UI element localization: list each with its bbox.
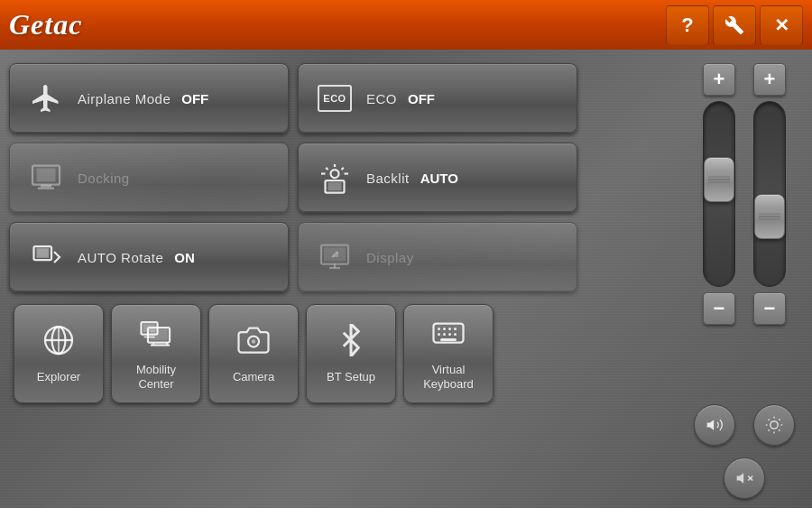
svg-point-44	[770, 421, 778, 429]
airplane-mode-button[interactable]: Airplane Mode OFF	[9, 63, 289, 134]
brightness-down-button[interactable]: −	[753, 292, 786, 325]
shortcut-row: Explorer	[9, 300, 677, 408]
backlit-button[interactable]: Backlit AUTO	[298, 143, 577, 213]
left-column: Airplane Mode OFF	[9, 63, 289, 292]
airplane-mode-label: Airplane Mode	[78, 91, 171, 106]
virtual-keyboard-button[interactable]: Virtual Keyboard	[403, 304, 494, 403]
logo: Getac	[9, 8, 82, 42]
controls-section: Airplane Mode OFF	[9, 63, 677, 499]
svg-rect-3	[38, 188, 54, 189]
app-window: Getac ? ✕	[0, 0, 812, 508]
slider-icons-row	[694, 400, 795, 446]
volume-slider-thumb[interactable]	[704, 157, 734, 202]
display-icon	[317, 239, 353, 275]
svg-line-9	[342, 168, 344, 170]
docking-label: Docking	[78, 171, 130, 186]
svg-line-48	[779, 429, 780, 430]
svg-line-47	[769, 420, 770, 420]
svg-rect-27	[150, 329, 168, 340]
close-button[interactable]: ✕	[760, 5, 803, 45]
volume-down-button[interactable]: −	[703, 292, 735, 325]
svg-rect-14	[328, 182, 342, 190]
mute-button[interactable]	[724, 457, 765, 499]
eco-label: ECO	[366, 91, 397, 106]
brightness-slider-track[interactable]	[753, 101, 786, 287]
settings-button[interactable]	[713, 5, 756, 45]
volume-up-button[interactable]: +	[703, 63, 735, 96]
explorer-label: Explorer	[37, 370, 80, 384]
mobility-center-label: Mobility Center	[136, 363, 176, 391]
backlit-status: AUTO	[420, 171, 458, 186]
eco-box: ECO	[318, 85, 352, 112]
virtual-keyboard-label: Virtual Keyboard	[423, 363, 474, 391]
svg-line-51	[769, 429, 770, 430]
svg-rect-2	[41, 185, 51, 188]
eco-icon: ECO	[317, 80, 353, 116]
svg-marker-43	[707, 420, 715, 430]
right-column: ECO ECO OFF	[298, 63, 577, 292]
rotate-icon	[28, 239, 64, 275]
auto-rotate-button[interactable]: AUTO Rotate ON	[9, 222, 289, 292]
svg-point-32	[252, 339, 256, 344]
camera-button[interactable]: Camera	[208, 304, 299, 403]
svg-line-11	[326, 168, 328, 170]
brightness-icon-button[interactable]	[753, 404, 795, 446]
docking-button[interactable]: Docking	[9, 143, 289, 213]
explorer-icon	[42, 324, 75, 363]
wrench-icon	[724, 15, 744, 35]
eco-button[interactable]: ECO ECO OFF	[298, 63, 577, 134]
svg-marker-53	[737, 473, 744, 484]
display-label-group: Display	[366, 250, 414, 265]
sliders-row: + − + −	[703, 63, 786, 395]
auto-rotate-label-group: AUTO Rotate ON	[78, 250, 195, 265]
mobility-center-button[interactable]: Mobility Center	[111, 304, 201, 403]
eco-label-group: ECO OFF	[366, 91, 435, 106]
svg-line-52	[779, 420, 780, 420]
header-buttons: ? ✕	[666, 5, 803, 45]
header: Getac ? ✕	[0, 0, 812, 50]
camera-label: Camera	[233, 370, 274, 384]
display-label: Display	[366, 250, 414, 265]
bt-setup-label: BT Setup	[327, 370, 375, 384]
bt-setup-button[interactable]: BT Setup	[306, 304, 396, 403]
auto-rotate-label: AUTO Rotate	[78, 250, 163, 265]
docking-icon	[28, 160, 64, 196]
backlit-icon	[317, 160, 353, 196]
airplane-mode-status: OFF	[181, 91, 208, 106]
sliders-section: + − + −	[686, 63, 803, 499]
camera-icon	[237, 324, 270, 363]
bluetooth-icon	[335, 324, 367, 363]
svg-point-7	[331, 170, 339, 178]
content: Airplane Mode OFF	[0, 50, 812, 508]
help-button[interactable]: ?	[666, 5, 709, 45]
mobility-center-icon	[140, 317, 172, 356]
brightness-slider-container: + −	[753, 63, 786, 325]
backlit-label-group: Backlit AUTO	[366, 171, 458, 186]
brightness-icon	[765, 416, 783, 434]
volume-slider-container: + −	[703, 63, 735, 325]
auto-rotate-status: ON	[174, 250, 195, 265]
docking-label-group: Docking	[78, 171, 130, 186]
svg-rect-5	[37, 248, 50, 258]
airplane-mode-label-group: Airplane Mode OFF	[78, 91, 208, 106]
volume-slider-track[interactable]	[703, 101, 735, 287]
top-controls: Airplane Mode OFF	[9, 63, 677, 292]
eco-status: OFF	[408, 91, 435, 106]
display-button[interactable]: Display	[298, 222, 577, 292]
brightness-up-button[interactable]: +	[753, 63, 786, 96]
backlit-label: Backlit	[366, 171, 410, 186]
mute-icon	[735, 469, 753, 487]
brightness-slider-thumb[interactable]	[754, 194, 785, 239]
volume-icon-button[interactable]	[694, 404, 735, 446]
volume-icon	[706, 416, 724, 434]
airplane-icon	[28, 80, 64, 116]
keyboard-icon	[432, 317, 465, 356]
svg-rect-1	[37, 169, 56, 182]
explorer-button[interactable]: Explorer	[14, 304, 104, 403]
